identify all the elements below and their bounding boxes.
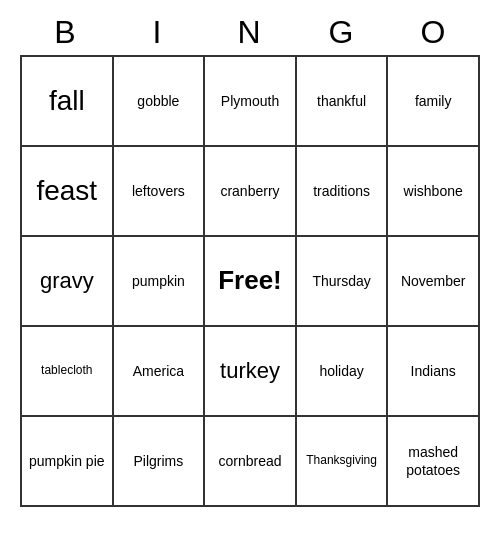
bingo-cell-10: gravy — [22, 237, 114, 327]
bingo-cell-9: wishbone — [388, 147, 480, 237]
header-letter-O: O — [388, 10, 480, 55]
header-letter-G: G — [296, 10, 388, 55]
bingo-cell-21: Pilgrims — [114, 417, 206, 507]
bingo-cell-5: feast — [22, 147, 114, 237]
bingo-cell-6: leftovers — [114, 147, 206, 237]
bingo-cell-22: cornbread — [205, 417, 297, 507]
header-letter-I: I — [112, 10, 204, 55]
bingo-cell-13: Thursday — [297, 237, 389, 327]
header-letter-N: N — [204, 10, 296, 55]
bingo-cell-15: tablecloth — [22, 327, 114, 417]
bingo-card: BINGO fallgobblePlymouththankfulfamilyfe… — [20, 10, 480, 507]
bingo-cell-12: Free! — [205, 237, 297, 327]
bingo-cell-17: turkey — [205, 327, 297, 417]
bingo-cell-7: cranberry — [205, 147, 297, 237]
bingo-cell-2: Plymouth — [205, 57, 297, 147]
bingo-cell-0: fall — [22, 57, 114, 147]
bingo-cell-1: gobble — [114, 57, 206, 147]
bingo-cell-20: pumpkin pie — [22, 417, 114, 507]
bingo-cell-3: thankful — [297, 57, 389, 147]
header-letter-B: B — [20, 10, 112, 55]
bingo-cell-19: Indians — [388, 327, 480, 417]
bingo-cell-18: holiday — [297, 327, 389, 417]
bingo-cell-24: mashed potatoes — [388, 417, 480, 507]
bingo-cell-16: America — [114, 327, 206, 417]
bingo-cell-8: traditions — [297, 147, 389, 237]
bingo-cell-11: pumpkin — [114, 237, 206, 327]
bingo-grid: fallgobblePlymouththankfulfamilyfeastlef… — [20, 55, 480, 507]
bingo-cell-14: November — [388, 237, 480, 327]
bingo-cell-23: Thanksgiving — [297, 417, 389, 507]
bingo-cell-4: family — [388, 57, 480, 147]
bingo-header: BINGO — [20, 10, 480, 55]
